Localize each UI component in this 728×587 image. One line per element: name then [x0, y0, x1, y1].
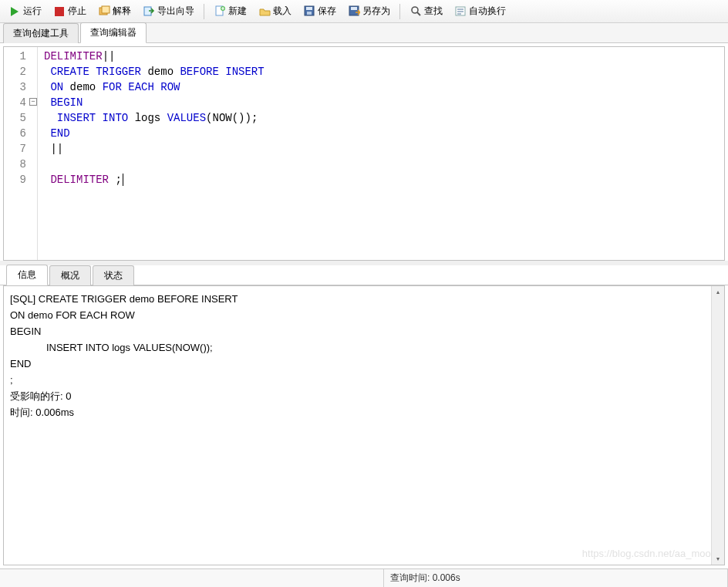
explain-label: 解释 — [113, 5, 131, 18]
export-icon — [143, 5, 155, 18]
load-button[interactable]: 载入 — [253, 2, 297, 21]
status-bar: 查询时间: 0.006s — [0, 568, 728, 587]
code-line: BEGIN — [44, 95, 724, 110]
msg-line: BEGIN — [10, 323, 718, 339]
find-label: 查找 — [424, 5, 443, 18]
export-label: 导出向导 — [157, 5, 194, 18]
search-icon — [410, 5, 422, 18]
code-line: DELIMITER|| — [44, 49, 724, 64]
new-label: 新建 — [228, 5, 247, 18]
code-line: CREATE TRIGGER demo BEFORE INSERT — [44, 64, 724, 79]
fold-handle-icon[interactable]: − — [29, 98, 37, 106]
run-label: 运行 — [23, 5, 42, 18]
export-wizard-button[interactable]: 导出向导 — [137, 2, 200, 21]
msg-line: ON demo FOR EACH ROW — [10, 307, 718, 323]
tab-label: 信息 — [18, 269, 36, 280]
save-icon — [303, 5, 315, 18]
gutter-line: 3 — [4, 79, 37, 95]
gutter-line: 8 — [4, 157, 37, 172]
word-wrap-button[interactable]: 自动换行 — [449, 2, 511, 21]
svg-marker-0 — [11, 7, 19, 16]
code-line: DELIMITER ; — [44, 172, 724, 187]
svg-line-13 — [417, 12, 420, 15]
code-line: END — [44, 126, 724, 141]
svg-rect-8 — [306, 7, 312, 10]
code-line: ON demo FOR EACH ROW — [44, 79, 724, 95]
editor-code-area[interactable]: DELIMITER|| CREATE TRIGGER demo BEFORE I… — [38, 47, 724, 260]
svg-rect-1 — [55, 7, 64, 16]
code-line — [44, 157, 724, 172]
tab-label: 概况 — [61, 270, 79, 281]
tab-query-builder[interactable]: 查询创建工具 — [3, 23, 79, 43]
toolbar-separator — [204, 4, 204, 19]
scroll-up-icon[interactable]: ▴ — [713, 286, 724, 298]
svg-rect-11 — [351, 7, 357, 10]
stop-button[interactable]: 停止 — [48, 2, 92, 21]
gutter-line: 5 — [4, 110, 37, 126]
wrap-label: 自动换行 — [469, 5, 506, 18]
tab-profile[interactable]: 概况 — [49, 265, 91, 285]
status-query-time-text: 查询时间: 0.006s — [390, 572, 460, 585]
tab-query-editor[interactable]: 查询编辑器 — [80, 22, 147, 43]
gutter-line: 6 — [4, 126, 37, 141]
status-query-time: 查询时间: 0.006s — [384, 569, 728, 587]
main-toolbar: 运行 停止 解释 导出向导 新建 载入 保存 — [0, 0, 728, 23]
msg-elapsed-time: 时间: 0.006ms — [10, 404, 718, 420]
tab-label: 状态 — [104, 270, 123, 281]
play-icon — [8, 5, 21, 18]
toolbar-separator — [399, 4, 400, 19]
svg-rect-3 — [102, 6, 110, 13]
gutter-line: 1 — [4, 49, 37, 64]
code-line: INSERT INTO logs VALUES(NOW()); — [44, 110, 724, 126]
run-button[interactable]: 运行 — [3, 2, 47, 21]
tab-label: 查询创建工具 — [13, 28, 69, 39]
code-line: || — [44, 141, 724, 157]
svg-rect-9 — [307, 12, 312, 15]
stop-label: 停止 — [68, 5, 86, 18]
svg-point-12 — [412, 7, 418, 13]
save-as-button[interactable]: 另存为 — [342, 2, 396, 21]
save-as-label: 另存为 — [362, 5, 390, 18]
load-icon — [258, 5, 271, 18]
results-panel: 信息 概况 状态 [SQL] CREATE TRIGGER demo BEFOR… — [0, 265, 728, 568]
watermark: https://blog.csdn.net/aa_moon — [582, 545, 716, 562]
wrap-icon — [454, 5, 467, 18]
main-tab-bar: 查询创建工具 查询编辑器 — [0, 23, 728, 43]
new-button[interactable]: 新建 — [208, 2, 252, 21]
messages-output[interactable]: [SQL] CREATE TRIGGER demo BEFORE INSERT … — [3, 285, 725, 565]
find-button[interactable]: 查找 — [404, 2, 448, 21]
gutter-line: 7 — [4, 141, 37, 157]
msg-affected-rows: 受影响的行: 0 — [10, 388, 718, 404]
tab-messages[interactable]: 信息 — [6, 265, 48, 285]
result-scrollbar[interactable]: ▴ ▾ — [711, 286, 724, 565]
msg-line: [SQL] CREATE TRIGGER demo BEFORE INSERT — [10, 291, 718, 307]
gutter-line: 9 — [4, 172, 37, 187]
new-icon — [214, 5, 226, 18]
text-caret — [123, 174, 123, 186]
stop-icon — [53, 5, 66, 18]
gutter-line: 4− — [4, 95, 37, 110]
result-tab-bar: 信息 概况 状态 — [0, 265, 728, 285]
load-label: 载入 — [273, 5, 292, 18]
tab-status[interactable]: 状态 — [93, 265, 134, 285]
explain-button[interactable]: 解释 — [93, 2, 136, 21]
sql-editor[interactable]: 1234−56789 DELIMITER|| CREATE TRIGGER de… — [3, 46, 725, 261]
editor-gutter: 1234−56789 — [4, 47, 38, 260]
tab-label: 查询编辑器 — [90, 27, 136, 38]
scroll-down-icon[interactable]: ▾ — [713, 553, 724, 565]
msg-line: INSERT INTO logs VALUES(NOW()); — [10, 339, 718, 356]
status-cell-empty — [0, 569, 384, 587]
gutter-line: 2 — [4, 64, 37, 79]
msg-line: ; — [10, 372, 718, 388]
msg-line: END — [10, 356, 718, 372]
save-label: 保存 — [318, 5, 336, 18]
explain-icon — [98, 5, 110, 18]
save-button[interactable]: 保存 — [298, 2, 342, 21]
save-as-icon — [348, 5, 360, 18]
